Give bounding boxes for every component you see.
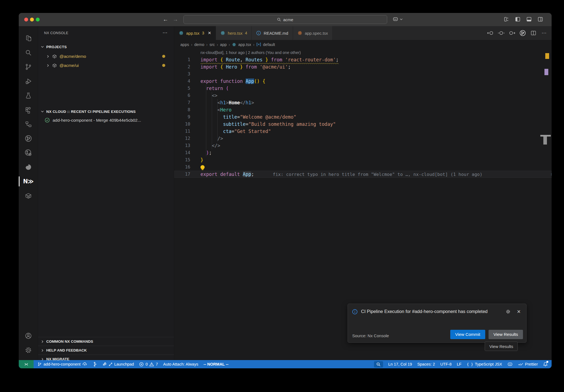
testing-icon[interactable] xyxy=(21,88,36,103)
view-commit-button[interactable]: View Commit xyxy=(450,330,485,339)
remote-indicator[interactable] xyxy=(19,360,34,368)
code-line[interactable]: 3 xyxy=(174,70,552,78)
cursor-position-status[interactable]: Ln 17, Col 19 xyxy=(388,362,412,366)
code-line[interactable]: 14 ); xyxy=(174,149,552,156)
explorer-icon[interactable] xyxy=(21,31,36,45)
run-forward-icon[interactable] xyxy=(508,29,516,37)
chevron-right-icon xyxy=(41,358,44,361)
command-center-search[interactable]: acme xyxy=(183,15,387,24)
line-number: 4 xyxy=(174,78,190,85)
modified-dot xyxy=(162,64,165,67)
close-window-button[interactable] xyxy=(24,18,28,21)
run-back-icon[interactable] xyxy=(487,29,494,37)
lightbulb-icon[interactable] xyxy=(200,165,205,169)
code-line[interactable]: 15} xyxy=(174,156,552,164)
tab-hero-tsx[interactable]: hero.tsx 4 xyxy=(216,26,252,40)
code-line[interactable]: 17export default App;fix: correct typo i… xyxy=(174,171,552,178)
line-number: 13 xyxy=(174,142,190,149)
tab-readme-md[interactable]: README.md xyxy=(252,26,293,40)
notification-close-icon[interactable]: ✕ xyxy=(517,309,521,315)
code-line[interactable]: 4export function App() { xyxy=(174,78,552,85)
notifications-bell-icon[interactable] xyxy=(543,362,548,367)
navigate-back-button[interactable]: ← xyxy=(162,16,169,23)
prettier-status[interactable]: Prettier xyxy=(518,362,538,366)
code-line[interactable]: 8 <Hero xyxy=(174,106,552,113)
code-line[interactable]: 7 <h1>Home</h1> xyxy=(174,99,552,106)
split-editor-icon[interactable] xyxy=(530,29,537,37)
code-line[interactable]: 2import { Hero } from '@acme/ui'; xyxy=(174,63,552,70)
common-nx-commands-section[interactable]: COMMON NX COMMANDS xyxy=(38,337,174,346)
toggle-secondary-sidebar-icon[interactable] xyxy=(537,16,543,22)
vim-mode-status[interactable]: -- NORMAL -- xyxy=(204,362,229,366)
copilot-status-icon[interactable] xyxy=(507,362,513,367)
navigate-forward-button[interactable]: → xyxy=(172,16,179,23)
edge-browser-icon[interactable] xyxy=(21,160,36,174)
code-line[interactable]: 10 subtitle="Build something amazing tod… xyxy=(174,121,552,128)
notification-settings-gear-icon[interactable] xyxy=(505,309,511,314)
line-number: 9 xyxy=(174,113,190,121)
customize-layout-icon[interactable] xyxy=(503,16,509,22)
toggle-panel-icon[interactable] xyxy=(526,16,532,22)
help-and-feedback-section[interactable]: HELP AND FEEDBACK xyxy=(38,346,174,355)
sidebar-more-actions[interactable]: ⋯ xyxy=(162,30,168,36)
tab-app-tsx[interactable]: app.tsx 3 ✕ xyxy=(174,26,216,40)
indentation-status[interactable]: Spaces: 2 xyxy=(417,362,435,366)
blame-header: nx-cloud[bot], 1 hour ago | 2 authors (Y… xyxy=(174,49,552,56)
settings-gear-icon[interactable] xyxy=(21,343,36,357)
minimize-window-button[interactable] xyxy=(30,18,34,21)
indent-guide xyxy=(217,99,218,142)
code-line[interactable]: 5 return ( xyxy=(174,85,552,92)
account-icon[interactable] xyxy=(21,329,36,343)
pipeline-execution-item[interactable]: add-hero-component - Merge 409b44e5cb02.… xyxy=(38,116,174,124)
copilot-icon[interactable] xyxy=(392,16,398,22)
code-line[interactable]: 12 /> xyxy=(174,135,552,142)
code-line[interactable]: 1import { Route, Routes } from 'react-ro… xyxy=(174,56,552,63)
more-actions-icon[interactable]: ⋯ xyxy=(541,29,548,37)
nx-console-icon[interactable]: N≫ xyxy=(21,174,36,189)
nx-graph-icon[interactable] xyxy=(21,131,36,146)
code-line[interactable]: 16 xyxy=(174,164,552,171)
tab-app-spec-tsx[interactable]: app.spec.tsx xyxy=(293,26,333,40)
code-line[interactable]: 11 cta="Get Started" xyxy=(174,128,552,135)
problem-badge: 4 xyxy=(245,31,247,35)
line-number: 6 xyxy=(174,92,190,99)
nx-cloud-section-header[interactable]: NX CLOUD :: RECENT CI PIPELINE EXECUTION… xyxy=(38,107,174,116)
project-graph-icon[interactable] xyxy=(21,117,36,131)
activity-bar: N≫ xyxy=(19,26,38,360)
run-current-icon[interactable] xyxy=(498,29,505,37)
react-icon xyxy=(220,31,225,36)
nx-graph-action-icon[interactable] xyxy=(519,29,526,37)
containers-icon[interactable] xyxy=(21,189,36,203)
extensions-icon[interactable] xyxy=(21,103,36,117)
toggle-primary-sidebar-icon[interactable] xyxy=(515,16,521,22)
search-icon[interactable] xyxy=(21,45,36,60)
view-results-button[interactable]: View Results xyxy=(489,330,523,339)
close-tab-icon[interactable]: ✕ xyxy=(208,31,211,36)
projects-section-header[interactable]: PROJECTS xyxy=(38,43,174,51)
nx-focus-icon[interactable] xyxy=(21,146,36,160)
breadcrumb[interactable]: apps› demo› src› app› app.tsx› default xyxy=(174,40,552,49)
nx-migrate-section[interactable]: NX MIGRATE xyxy=(38,355,174,363)
eol-status[interactable]: LF xyxy=(457,362,462,366)
zoom-out-status[interactable] xyxy=(374,361,383,368)
code-line[interactable]: 6 <> xyxy=(174,92,552,99)
chevron-right-icon xyxy=(41,340,44,343)
source-control-icon[interactable] xyxy=(21,60,36,74)
code-line[interactable]: 13 </> xyxy=(174,142,552,149)
info-icon xyxy=(256,31,261,36)
search-text: acme xyxy=(283,17,293,22)
run-debug-icon[interactable] xyxy=(21,74,36,88)
language-mode-status[interactable]: { } TypeScript JSX xyxy=(467,362,502,366)
chevron-down-icon[interactable] xyxy=(400,18,403,20)
project-item-acme-ui[interactable]: @acme/ui xyxy=(38,61,174,70)
code-line[interactable]: 9 title="Welcome @acme/demo" xyxy=(174,113,552,121)
zoom-window-button[interactable] xyxy=(36,18,40,21)
title-bar: ← → acme xyxy=(19,13,552,26)
scrollbar-thumb[interactable] xyxy=(543,137,547,145)
chevron-right-icon xyxy=(46,64,50,67)
encoding-status[interactable]: UTF-8 xyxy=(440,362,452,366)
line-number: 7 xyxy=(174,99,190,106)
project-item-acme-demo[interactable]: @acme/demo xyxy=(38,52,174,61)
notification-message: CI Pipeline Execution for #add-hero-comp… xyxy=(361,308,510,315)
problem-badge: 3 xyxy=(202,31,204,35)
